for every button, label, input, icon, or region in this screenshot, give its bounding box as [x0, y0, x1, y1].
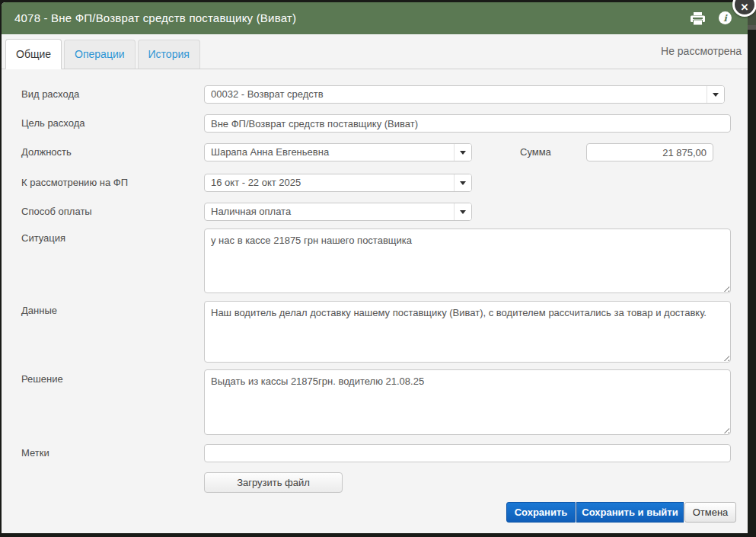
tabs-bar: Общие Операции История Не рассмотрена	[2, 34, 748, 69]
cancel-button[interactable]: Отмена	[684, 502, 736, 523]
amount-input[interactable]	[586, 143, 713, 161]
amount-label: Сумма	[520, 143, 551, 161]
data-textarea[interactable]: Наш водитель делал доставку нашему поста…	[204, 301, 731, 363]
tab-operations[interactable]: Операции	[64, 40, 136, 69]
decision-label: Решение	[21, 373, 63, 385]
tab-general[interactable]: Общие	[5, 39, 62, 69]
payment-method-value: Наличная оплата	[205, 203, 454, 220]
info-icon[interactable]: i	[719, 11, 732, 24]
expense-purpose-label: Цель расхода	[21, 114, 85, 133]
expense-request-dialog: 4078 - Вне ФП/Возврат средств поставщику…	[2, 2, 748, 533]
status-badge: Не рассмотрена	[661, 34, 742, 69]
triangle-down-glyph	[460, 151, 466, 155]
triangle-down-glyph	[460, 181, 466, 185]
situation-label: Ситуация	[21, 232, 65, 244]
tab-history[interactable]: История	[138, 40, 200, 69]
data-label: Данные	[21, 305, 57, 316]
dropdown-arrow-icon[interactable]	[707, 86, 724, 103]
decision-field: Выдать из кассы 21875грн. водителю 21.08…	[204, 369, 731, 435]
situation-textarea[interactable]: у нас в кассе 21875 грн нашего поставщик…	[204, 229, 731, 293]
decision-textarea[interactable]: Выдать из кассы 21875грн. водителю 21.08…	[204, 369, 731, 435]
position-value: Шарапа Анна Евгеньевна	[205, 144, 454, 161]
triangle-down-glyph	[460, 210, 466, 214]
page-overlay-right-light	[747, 25, 756, 30]
save-button[interactable]: Сохранить	[506, 502, 576, 523]
expense-type-label: Вид расхода	[21, 85, 79, 104]
tags-input[interactable]	[204, 444, 731, 462]
close-x-glyph: ✕	[741, 2, 749, 12]
expense-type-value: 00032 - Возврат средств	[205, 86, 707, 103]
fp-review-label: К рассмотрению на ФП	[21, 174, 128, 192]
situation-field: у нас в кассе 21875 грн нашего поставщик…	[204, 229, 731, 293]
dialog-title: 4078 - Вне ФП/Возврат средств поставщику…	[14, 2, 296, 34]
position-select[interactable]: Шарапа Анна Евгеньевна	[204, 143, 472, 161]
triangle-down-glyph	[713, 93, 719, 97]
payment-method-label: Способ оплаты	[21, 203, 92, 221]
data-field: Наш водитель делал доставку нашему поста…	[204, 301, 731, 363]
upload-file-button[interactable]: Загрузить файл	[204, 472, 343, 493]
printer-icon[interactable]	[691, 12, 705, 25]
fp-review-select[interactable]: 16 окт - 22 окт 2025	[204, 174, 472, 192]
dialog-header: 4078 - Вне ФП/Возврат средств поставщику…	[2, 2, 748, 34]
save-and-exit-button[interactable]: Сохранить и выйти	[576, 502, 684, 523]
tags-label: Метки	[21, 444, 49, 462]
payment-method-select[interactable]: Наличная оплата	[204, 203, 472, 221]
expense-purpose-input[interactable]	[204, 114, 731, 133]
dropdown-arrow-icon[interactable]	[454, 174, 471, 191]
expense-type-select[interactable]: 00032 - Возврат средств	[204, 85, 725, 104]
fp-review-value: 16 окт - 22 окт 2025	[205, 174, 454, 191]
dropdown-arrow-icon[interactable]	[454, 144, 471, 161]
position-label: Должность	[21, 143, 72, 161]
page-background: 4078 - Вне ФП/Возврат средств поставщику…	[0, 0, 756, 537]
dropdown-arrow-icon[interactable]	[454, 203, 471, 220]
info-glyph: i	[723, 14, 727, 23]
